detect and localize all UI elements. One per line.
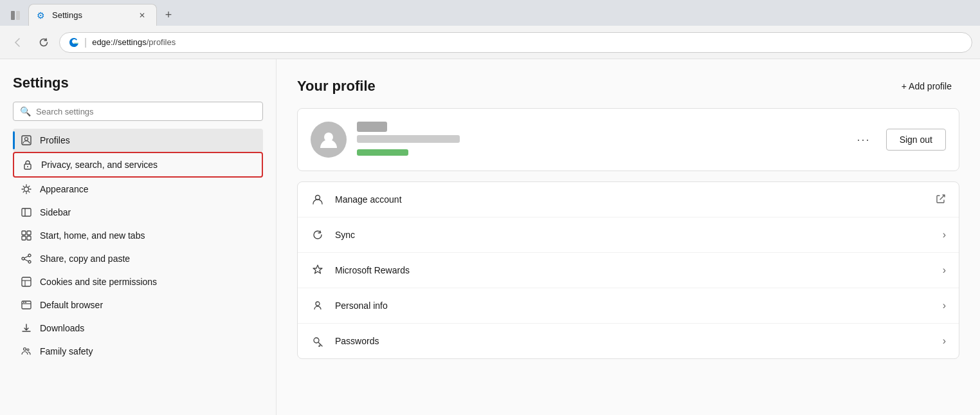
rewards-icon [311,263,325,277]
share-icon [21,253,32,264]
sync-icon [311,228,325,242]
appearance-icon [21,183,32,195]
main-area: Settings 🔍 Profiles Privacy, search, and… [0,59,980,415]
sidebar-item-profiles-label: Profiles [40,135,70,145]
content-area: Your profile + Add profile [277,59,980,415]
start-icon [21,230,32,241]
profile-email [357,134,842,145]
settings-tab[interactable]: ⚙ Settings ✕ [28,4,157,26]
profiles-icon [21,134,32,146]
svg-rect-1 [16,11,20,20]
svg-point-6 [24,187,29,192]
svg-rect-9 [22,231,26,235]
address-input[interactable]: | edge://settings/profiles [59,32,972,53]
menu-item-personal-info-label: Personal info [335,300,932,311]
menu-item-rewards[interactable]: Microsoft Rewards › [298,253,959,288]
chevron-right-icon-2: › [943,264,946,276]
svg-point-14 [22,257,24,260]
external-link-icon [936,194,946,206]
svg-rect-12 [27,236,31,240]
sidebar-item-sidebar[interactable]: Sidebar [13,201,263,224]
menu-list: Manage account Sync › Micro [297,181,959,359]
sidebar-item-appearance[interactable]: Appearance [13,178,263,201]
svg-rect-16 [22,277,31,286]
content-header: Your profile + Add profile [297,77,959,95]
menu-item-passwords-label: Passwords [335,336,932,346]
sidebar-item-family[interactable]: Family safety [13,340,263,363]
sidebar-item-appearance-label: Appearance [40,184,89,194]
profile-status [357,147,842,158]
svg-point-26 [316,302,320,306]
address-text: edge://settings/profiles [92,37,176,47]
tab-bar: ⚙ Settings ✕ + [0,0,980,26]
passwords-icon [311,334,325,348]
new-tab-btn[interactable]: + [159,6,177,24]
svg-point-5 [27,166,28,167]
default-browser-icon [21,299,32,311]
settings-sidebar: Settings 🔍 Profiles Privacy, search, and… [0,59,277,415]
chevron-right-icon-3: › [943,300,946,311]
menu-item-personal-info[interactable]: Personal info › [298,288,959,324]
browser-window: ⚙ Settings ✕ + | edge://settings/p [0,0,980,415]
sidebar-item-start-label: Start, home, and new tabs [40,230,145,241]
sidebar-item-privacy[interactable]: Privacy, search, and services [13,152,263,178]
chevron-right-icon-4: › [943,335,946,347]
sidebar-item-privacy-label: Privacy, search, and services [41,160,158,170]
chevron-right-icon: › [943,229,946,241]
tab-favicon-icon: ⚙ [37,10,47,21]
sidebar-toggle-btn[interactable] [5,5,26,26]
svg-rect-10 [27,231,31,235]
tab-title: Settings [52,10,131,20]
sidebar-item-downloads-label: Downloads [40,323,84,333]
svg-point-13 [28,254,31,257]
sidebar-item-start[interactable]: Start, home, and new tabs [13,224,263,247]
sidebar-item-share-label: Share, copy and paste [40,254,130,264]
tab-close-btn[interactable]: ✕ [136,9,149,22]
svg-point-22 [24,348,26,351]
personal-info-icon [311,299,325,313]
address-separator: | [84,37,87,48]
menu-item-rewards-label: Microsoft Rewards [335,265,932,275]
family-icon [21,346,32,357]
sidebar-item-downloads[interactable]: Downloads [13,317,263,340]
svg-point-27 [314,338,319,343]
settings-title: Settings [13,75,263,91]
sidebar-item-family-label: Family safety [40,346,93,356]
menu-item-manage-account[interactable]: Manage account [298,182,959,217]
svg-point-23 [27,349,29,351]
sidebar-item-sidebar-label: Sidebar [40,207,71,217]
address-bar: | edge://settings/profiles [0,26,980,59]
menu-item-sync-label: Sync [335,230,932,240]
svg-rect-11 [22,236,26,240]
menu-item-passwords[interactable]: Passwords › [298,324,959,358]
sidebar-item-cookies[interactable]: Cookies and site permissions [13,270,263,293]
menu-item-manage-account-label: Manage account [335,194,925,205]
sidebar-item-cookies-label: Cookies and site permissions [40,277,157,287]
search-box[interactable]: 🔍 [13,102,263,121]
search-input[interactable] [36,107,256,116]
manage-account-icon [311,192,325,207]
profile-info [357,122,842,158]
svg-point-3 [25,138,28,141]
svg-point-15 [28,261,31,263]
sidebar-item-default-browser-label: Default browser [40,300,103,310]
svg-rect-7 [22,208,31,216]
page-title: Your profile [297,78,376,95]
privacy-icon [22,159,33,171]
svg-rect-0 [11,11,15,20]
profile-name [357,122,842,132]
menu-item-sync[interactable]: Sync › [298,217,959,253]
svg-point-21 [25,302,26,303]
sign-out-btn[interactable]: Sign out [886,129,946,151]
reload-btn[interactable] [33,32,54,53]
sidebar-item-share[interactable]: Share, copy and paste [13,247,263,270]
search-icon: 🔍 [20,106,31,116]
edge-logo-icon [69,37,79,48]
sidebar-item-profiles[interactable]: Profiles [13,129,263,152]
profile-more-btn[interactable]: ··· [852,131,876,149]
back-btn[interactable] [8,32,28,53]
downloads-icon [21,322,32,334]
add-profile-btn[interactable]: + Add profile [894,77,959,95]
sidebar-item-default-browser[interactable]: Default browser [13,293,263,317]
svg-point-20 [23,302,24,303]
